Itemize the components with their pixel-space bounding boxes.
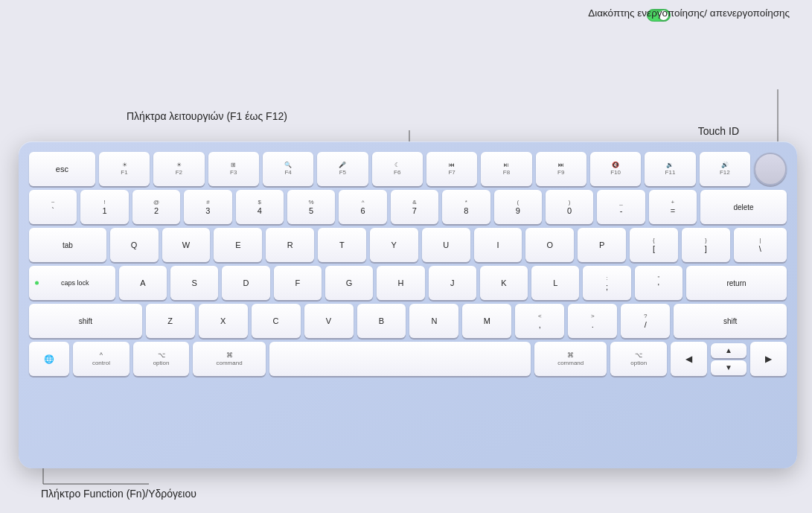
key-h[interactable]: H — [377, 266, 424, 300]
key-semicolon[interactable]: : ; — [583, 266, 630, 300]
key-lbracket[interactable]: { [ — [630, 228, 678, 262]
key-delete[interactable]: delete — [700, 190, 787, 224]
key-slash[interactable]: ? / — [621, 304, 670, 338]
key-2[interactable]: @ 2 — [132, 190, 180, 224]
switch-label: Διακόπτης ενεργοποίησης/ απενεργοποίησης — [588, 6, 790, 21]
key-option-left[interactable]: ⌥ option — [133, 342, 190, 376]
key-y[interactable]: Y — [370, 228, 418, 262]
key-n[interactable]: N — [409, 304, 458, 338]
key-5[interactable]: % 5 — [287, 190, 335, 224]
fn-label: Πλήκτρο Function (Fn)/Υδρόγειου — [41, 488, 196, 500]
key-g[interactable]: G — [325, 266, 373, 300]
key-f2[interactable]: ☀ F2 — [153, 152, 204, 186]
key-f5[interactable]: 🎤 F5 — [317, 152, 368, 186]
key-equals[interactable]: + = — [649, 190, 697, 224]
key-0[interactable]: ) 0 — [546, 190, 593, 224]
function-key-row: esc ☀ F1 ☀ F2 ⊞ F3 🔍 F4 — [29, 152, 787, 186]
key-b[interactable]: B — [357, 304, 406, 338]
key-arrow-right[interactable]: ▶ — [750, 342, 787, 376]
number-row: ~ ` ! 1 @ 2 # 3 $ 4 — [29, 190, 787, 224]
key-o[interactable]: O — [525, 228, 574, 262]
key-capslock[interactable]: caps lock — [29, 266, 115, 300]
key-f7[interactable]: ⏮ F7 — [426, 152, 477, 186]
key-c[interactable]: C — [252, 304, 301, 338]
key-f8[interactable]: ⏯ F8 — [481, 152, 531, 186]
key-e[interactable]: E — [214, 228, 262, 262]
key-4[interactable]: $ 4 — [236, 190, 284, 224]
key-w[interactable]: W — [162, 228, 211, 262]
key-arrow-up[interactable]: ▲ — [711, 343, 747, 358]
key-tab[interactable]: tab — [29, 228, 106, 262]
key-quote[interactable]: " ' — [635, 266, 682, 300]
key-touchid[interactable] — [754, 153, 787, 185]
updown-container: ▲ ▼ — [711, 343, 747, 375]
key-command-right[interactable]: ⌘ command — [534, 342, 607, 376]
key-return[interactable]: return — [686, 266, 787, 300]
key-esc[interactable]: esc — [29, 152, 95, 186]
key-9[interactable]: ( 9 — [494, 190, 542, 224]
zxcv-row: shift Z X C V B N M < , > . ? — [29, 304, 787, 338]
key-m[interactable]: M — [462, 304, 511, 338]
keyboard: esc ☀ F1 ☀ F2 ⊞ F3 🔍 F4 — [19, 141, 797, 468]
key-r[interactable]: R — [266, 228, 314, 262]
key-command-left[interactable]: ⌘ command — [193, 342, 265, 376]
key-f4[interactable]: 🔍 F4 — [263, 152, 313, 186]
key-arrow-down[interactable]: ▼ — [711, 360, 747, 375]
key-backslash[interactable]: | \ — [734, 228, 787, 262]
key-8[interactable]: * 8 — [442, 190, 490, 224]
key-6[interactable]: ^ 6 — [339, 190, 386, 224]
key-comma[interactable]: < , — [515, 304, 564, 338]
key-t[interactable]: T — [318, 228, 366, 262]
key-period[interactable]: > . — [568, 304, 617, 338]
key-3[interactable]: # 3 — [184, 190, 231, 224]
key-minus[interactable]: _ - — [597, 190, 645, 224]
key-s[interactable]: S — [170, 266, 218, 300]
key-p[interactable]: P — [578, 228, 626, 262]
key-z[interactable]: Z — [146, 304, 195, 338]
modifier-row: 🌐 ^ control ⌥ option ⌘ command ⌘ — [29, 342, 787, 376]
key-a[interactable]: A — [119, 266, 167, 300]
key-rbracket[interactable]: } ] — [682, 228, 730, 262]
key-7[interactable]: & 7 — [391, 190, 438, 224]
key-1[interactable]: ! 1 — [80, 190, 128, 224]
key-k[interactable]: K — [480, 266, 528, 300]
key-x[interactable]: X — [199, 304, 248, 338]
key-space[interactable] — [269, 342, 531, 376]
fkeys-label: Πλήκτρα λειτουργιών (F1 έως F12) — [127, 110, 287, 122]
keyboard-wrapper: esc ☀ F1 ☀ F2 ⊞ F3 🔍 F4 — [19, 141, 797, 468]
qwerty-row: tab Q W E R T Y U I O P { [ } ] — [29, 228, 787, 262]
key-f10[interactable]: 🔇 F10 — [590, 152, 641, 186]
key-d[interactable]: D — [222, 266, 269, 300]
asdf-row: caps lock A S D F G H J K L : ; " ' — [29, 266, 787, 300]
page-container: Διακόπτης ενεργοποίησης/ απενεργοποίησης… — [0, 0, 812, 513]
key-u[interactable]: U — [422, 228, 470, 262]
key-f1[interactable]: ☀ F1 — [99, 152, 150, 186]
key-f11[interactable]: 🔉 F11 — [645, 152, 695, 186]
key-control[interactable]: ^ control — [73, 342, 130, 376]
key-v[interactable]: V — [304, 304, 354, 338]
key-i[interactable]: I — [474, 228, 522, 262]
key-option-right[interactable]: ⌥ option — [610, 342, 667, 376]
key-f9[interactable]: ⏭ F9 — [536, 152, 586, 186]
key-shift-right[interactable]: shift — [674, 304, 787, 338]
key-q[interactable]: Q — [110, 228, 159, 262]
key-f6[interactable]: ☾ F6 — [372, 152, 423, 186]
key-l[interactable]: L — [531, 266, 579, 300]
key-arrow-left[interactable]: ◀ — [671, 342, 707, 376]
touchid-label: Touch ID — [698, 125, 739, 137]
key-fn[interactable]: 🌐 — [29, 342, 69, 376]
key-shift-left[interactable]: shift — [29, 304, 142, 338]
key-j[interactable]: J — [429, 266, 476, 300]
key-f3[interactable]: ⊞ F3 — [208, 152, 259, 186]
key-f[interactable]: F — [274, 266, 322, 300]
key-f12[interactable]: 🔊 F12 — [700, 152, 750, 186]
key-backtick[interactable]: ~ ` — [29, 190, 77, 224]
